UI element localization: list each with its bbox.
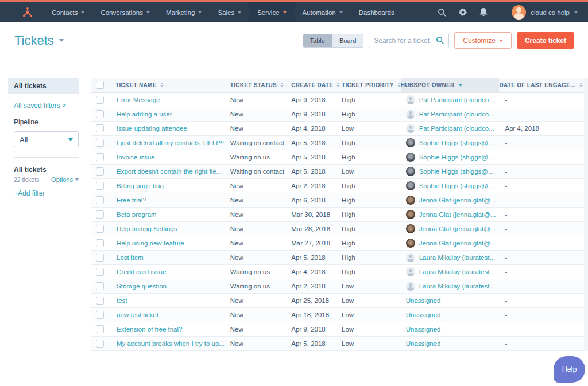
row-checkbox[interactable] bbox=[96, 340, 104, 348]
ticket-name-link[interactable]: Error Message bbox=[117, 96, 160, 103]
row-checkbox[interactable] bbox=[96, 297, 104, 305]
ticket-name-link[interactable]: Invoice issue bbox=[117, 154, 154, 161]
row-checkbox[interactable] bbox=[96, 182, 104, 190]
owner-unassigned-text: Unassigned bbox=[406, 326, 441, 333]
owner-link[interactable]: Sophie Higgs (shiggs@... bbox=[419, 182, 494, 189]
ticket-name-link[interactable]: Storage question bbox=[117, 283, 167, 290]
create-ticket-button[interactable]: Create ticket bbox=[517, 32, 574, 49]
nav-item-automation[interactable]: Automation bbox=[295, 2, 351, 22]
ticket-priority-cell: Low bbox=[342, 307, 401, 322]
owner-link[interactable]: Sophie Higgs (shiggs@... bbox=[419, 154, 494, 161]
ticket-name-link[interactable]: new test ticket bbox=[117, 311, 158, 318]
owner-unassigned-text: Unassigned bbox=[406, 297, 441, 304]
ticket-name-cell: Lost item bbox=[115, 250, 230, 264]
nav-item-marketing[interactable]: Marketing bbox=[158, 2, 210, 22]
owner-link[interactable]: Jenna Glat (jenna.glat@... bbox=[419, 197, 496, 204]
search-icon[interactable] bbox=[436, 36, 444, 45]
row-checkbox[interactable] bbox=[96, 167, 104, 176]
ticket-name-link[interactable]: Credit card issue bbox=[117, 268, 166, 275]
column-header-create-date[interactable]: CREATE DATE bbox=[291, 78, 342, 92]
column-header-ticket-status[interactable]: TICKET STATUS bbox=[230, 78, 292, 92]
owner-link[interactable]: Jenna Glat (jenna.glat@... bbox=[419, 225, 496, 232]
help-button[interactable]: Help bbox=[554, 356, 585, 383]
search-input[interactable] bbox=[369, 37, 436, 45]
row-checkbox[interactable] bbox=[96, 210, 104, 219]
row-checkbox[interactable] bbox=[96, 124, 104, 132]
owner-avatar bbox=[406, 167, 415, 176]
options-menu[interactable]: Options bbox=[51, 176, 79, 183]
ticket-name-link[interactable]: Lost item bbox=[117, 254, 144, 261]
ticket-name-link[interactable]: I just deleted all my contacts. HELP!! bbox=[117, 139, 224, 146]
ticket-status-cell: Waiting on us bbox=[230, 150, 292, 164]
owner-link[interactable]: Laura Mikulay (lauratest... bbox=[419, 283, 495, 290]
column-header-hubspot-owner[interactable]: HUBSPOT OWNER bbox=[401, 78, 500, 92]
gear-icon[interactable] bbox=[458, 8, 467, 17]
add-filter-button[interactable]: +Add filter bbox=[14, 189, 79, 197]
row-checkbox[interactable] bbox=[96, 110, 104, 118]
owner-content: Pat Participant (cloudco... bbox=[401, 124, 496, 133]
nav-item-label: Service bbox=[257, 9, 279, 16]
row-checkbox[interactable] bbox=[96, 311, 104, 319]
ticket-name-link[interactable]: Billing page bug bbox=[117, 182, 164, 189]
tickets-table-body: Error MessageNewApr 9, 2018HighPat Parti… bbox=[91, 92, 588, 350]
owner-link[interactable]: Sophie Higgs (shiggs@... bbox=[419, 139, 494, 146]
table-view-button[interactable]: Table bbox=[303, 34, 332, 47]
all-saved-filters-link[interactable]: All saved filters > bbox=[14, 102, 79, 110]
row-checkbox[interactable] bbox=[96, 196, 104, 204]
nav-item-conversations[interactable]: Conversations bbox=[92, 2, 158, 22]
owner-link[interactable]: Pat Participant (cloudco... bbox=[419, 96, 494, 103]
customize-button[interactable]: Customize bbox=[454, 32, 512, 49]
row-checkbox[interactable] bbox=[96, 268, 104, 276]
owner-link[interactable]: Jenna Glat (jenna.glat@... bbox=[419, 240, 496, 247]
owner-link[interactable]: Laura Mikulay (lauratest... bbox=[419, 254, 495, 261]
bell-icon[interactable] bbox=[479, 8, 488, 17]
ticket-name-link[interactable]: Issue updating attendee bbox=[117, 125, 187, 132]
pipeline-select[interactable]: All bbox=[14, 131, 79, 147]
nav-item-service[interactable]: Service bbox=[249, 2, 294, 22]
column-header-date-of-last-engage[interactable]: DATE OF LAST ENGAGE... bbox=[499, 78, 584, 92]
select-all-header-cell bbox=[91, 78, 115, 92]
ticket-name-link[interactable]: Help finding Settings bbox=[117, 225, 177, 232]
row-checkbox[interactable] bbox=[96, 325, 104, 333]
owner-link[interactable]: Sophie Higgs (shiggs@... bbox=[419, 168, 494, 175]
ticket-priority-cell: High bbox=[342, 250, 401, 264]
owner-link[interactable]: Pat Participant (cloudco... bbox=[419, 125, 494, 132]
nav-item-sales[interactable]: Sales bbox=[210, 2, 249, 22]
row-checkbox[interactable] bbox=[96, 96, 104, 104]
ticket-name-link[interactable]: Help adding a user bbox=[117, 111, 172, 118]
view-toggle: Table Board bbox=[303, 34, 364, 48]
owner-link[interactable]: Jenna Glat (jenna.glat@... bbox=[419, 211, 496, 218]
nav-item-label: Contacts bbox=[52, 9, 78, 16]
filter-count-row: 22 tickets Options bbox=[14, 176, 79, 183]
account-menu[interactable]: cloud co help bbox=[512, 5, 578, 20]
nav-item-dashboards[interactable]: Dashboards bbox=[351, 2, 403, 22]
column-header-ticket-priority[interactable]: TICKET PRIORITY bbox=[342, 78, 401, 92]
row-checkbox[interactable] bbox=[96, 153, 104, 161]
ticket-name-link[interactable]: My account breaks when I try to up... bbox=[117, 340, 225, 347]
hubspot-logo[interactable] bbox=[0, 2, 44, 22]
row-checkbox[interactable] bbox=[96, 254, 104, 262]
row-checkbox[interactable] bbox=[96, 282, 104, 290]
sidebar-item-all-tickets[interactable]: All tickets bbox=[8, 78, 79, 94]
nav-item-contacts[interactable]: Contacts bbox=[44, 2, 92, 22]
search-icon[interactable] bbox=[438, 8, 447, 17]
owner-link[interactable]: Laura Mikulay (lauratest... bbox=[419, 268, 495, 275]
row-checkbox[interactable] bbox=[96, 139, 104, 147]
scrollbar-track[interactable] bbox=[584, 78, 588, 351]
row-checkbox[interactable] bbox=[96, 239, 104, 247]
ticket-priority-cell: High bbox=[342, 135, 401, 150]
ticket-name-link[interactable]: Help using new feature bbox=[117, 240, 184, 247]
title-dropdown-caret-icon[interactable] bbox=[59, 39, 64, 42]
pipeline-label: Pipeline bbox=[14, 118, 79, 126]
board-view-button[interactable]: Board bbox=[332, 34, 363, 47]
ticket-name-link[interactable]: Beta program bbox=[117, 211, 157, 218]
ticket-name-link[interactable]: Free trial? bbox=[117, 197, 146, 204]
ticket-name-link[interactable]: test bbox=[117, 297, 127, 304]
select-all-checkbox[interactable] bbox=[96, 81, 104, 89]
ticket-name-link[interactable]: Extension of free trial? bbox=[117, 326, 182, 333]
ticket-name-link[interactable]: Export doesn't contain the right fie... bbox=[117, 168, 222, 175]
ticket-name-cell: I just deleted all my contacts. HELP!! bbox=[115, 135, 230, 150]
owner-link[interactable]: Pat Participant (cloudco... bbox=[419, 111, 494, 118]
row-checkbox[interactable] bbox=[96, 225, 104, 233]
column-header-ticket-name[interactable]: TICKET NAME bbox=[115, 78, 230, 92]
